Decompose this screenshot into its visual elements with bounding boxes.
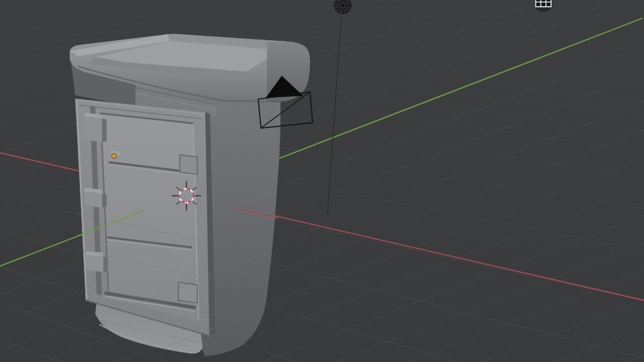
viewport-canvas[interactable] — [0, 0, 644, 362]
hinge-front-face — [85, 192, 102, 208]
panel-notch-bottom — [178, 282, 197, 303]
hinge-side-face — [103, 257, 108, 272]
hinge-side-face — [102, 194, 107, 208]
hinge-side-face — [102, 119, 107, 142]
hinge-front-face — [86, 255, 103, 272]
panel-notch-top — [180, 155, 197, 174]
blender-viewport[interactable] — [0, 0, 644, 362]
hinge-front-face — [85, 117, 102, 142]
panel-grid-icon — [536, 0, 551, 7]
point-light-center-icon — [341, 4, 344, 7]
object-origin-dot[interactable] — [112, 154, 117, 159]
